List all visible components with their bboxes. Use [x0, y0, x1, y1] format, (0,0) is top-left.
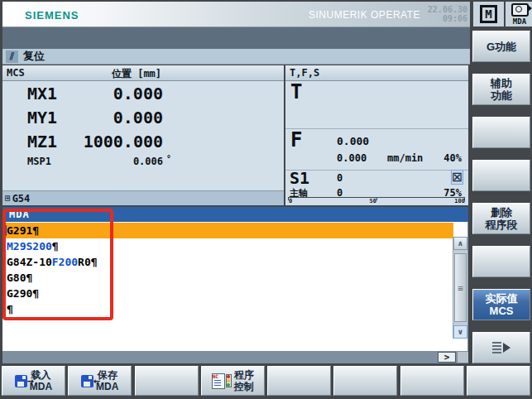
nc-label: NC [213, 373, 218, 379]
axis-value: 0.006 [69, 156, 163, 167]
nc-document-icon: NC [212, 373, 225, 389]
softkey-right-delete-block[interactable]: 删除程序段 [472, 203, 530, 234]
softkey-bottom-program-control[interactable]: NC程序控制 [201, 366, 265, 396]
softkey-bottom-empty-8[interactable] [467, 366, 530, 396]
header-bar: SIEMENS SINUMERIK OPERATE 22.06.30 09:06 [2, 2, 470, 27]
work-offset-bar[interactable]: ⊞ G54 [2, 190, 284, 205]
softkey-right-empty-6[interactable] [472, 246, 530, 277]
reset-status-icon: ⫽ [6, 50, 18, 63]
softkey-bottom-save-mda[interactable]: ←保存MDA [68, 366, 132, 396]
channel-status-bar: ⫽ 复位 [2, 49, 470, 65]
machine-icon: M [480, 5, 496, 23]
spindle-section: S1 0 ⊠ 主轴 0 75% 0 50 100 [285, 170, 468, 205]
spindle-stop-icon: ⊠ [452, 171, 463, 184]
mda-editor: MDA G291¶M29S200¶G84Z-10F200R0¶G80¶G290¶… [2, 207, 468, 363]
code-segment: R0 [78, 256, 91, 268]
softkey-right-empty-3[interactable] [472, 117, 530, 148]
softkey-right-g-functions[interactable]: G功能 [472, 31, 530, 62]
pilcrow-mark: ¶ [52, 240, 59, 252]
mcs-position-panel: MCS 位置 [mm] MX10.000MY10.000MZ11000.000M… [2, 65, 284, 205]
feed-unit: mm/min [387, 152, 423, 164]
axis-unit: ° [166, 154, 171, 163]
scrollbar[interactable]: ∧ ≡ ∨ [453, 237, 467, 339]
code-segment: M29S200 [7, 240, 52, 252]
tfs-panel: T,F,S T F 0.000 0.000 mm/min 40% S1 0 ⊠ … [285, 65, 468, 205]
scroll-down-button[interactable]: ∨ [453, 325, 467, 339]
siemens-logo: SIEMENS [25, 9, 79, 22]
axis-rows: MX10.000MY10.000MZ11000.000MSP10.006° [2, 82, 284, 171]
softkey-bottom-empty-6[interactable] [333, 366, 397, 396]
axis-row: MX10.000 [2, 82, 284, 106]
yellow-light [227, 379, 230, 382]
code-segment: F200 [52, 256, 78, 268]
softkey-right-actual-values-mcs[interactable]: 实际值MCS [472, 289, 530, 320]
document-lines [214, 380, 221, 387]
editor-line[interactable]: M29S200¶ [2, 238, 453, 254]
softkey-bottom-load-mda[interactable]: →载入MDA [2, 366, 65, 396]
tool-section: T [285, 80, 468, 129]
program-control-icon: NC [212, 374, 232, 387]
sinumerik-screen: SIEMENS SINUMERIK OPERATE 22.06.30 09:06… [0, 0, 532, 399]
work-offset-label: G54 [12, 193, 31, 204]
editor-line-selected[interactable]: G291¶ [2, 223, 453, 238]
editor-line[interactable]: G290¶ [2, 286, 453, 301]
softkey-right-auxiliary-functions[interactable]: 辅助功能 [472, 74, 530, 105]
time-label: 09:06 [428, 14, 467, 23]
green-light [227, 383, 230, 387]
feed-override: 40% [443, 152, 462, 164]
editor-line[interactable]: G80¶ [2, 270, 453, 286]
pilcrow-mark: ¶ [91, 256, 98, 268]
axis-value: 0.000 [48, 108, 163, 127]
editor-line[interactable]: G84Z-10F200R0¶ [2, 254, 453, 270]
traffic-light-icon [226, 374, 232, 387]
arrow-right-icon: → [26, 377, 33, 386]
editor-line[interactable]: ¶ [2, 301, 453, 317]
mda-mode-button[interactable]: MDA [504, 2, 532, 26]
tfs-panel-header[interactable]: T,F,S [285, 65, 468, 81]
pilcrow-mark: ¶ [32, 224, 39, 237]
softkey-right-menu-extend[interactable] [472, 332, 530, 363]
work-offset-icon: ⊞ [5, 193, 11, 204]
scroll-up-button[interactable]: ∧ [453, 237, 467, 250]
spindle-label: S1 [290, 168, 309, 188]
expand-right-button[interactable]: > [438, 352, 456, 363]
tfs-header-label: T,F,S [290, 67, 319, 79]
strip-corner [458, 352, 468, 363]
softkey-bottom-empty-3[interactable] [135, 366, 199, 396]
mcs-header-label: MCS [7, 67, 25, 79]
editor-bottom-strip: > [2, 351, 468, 363]
floppy-disk-icon: → [15, 375, 27, 387]
scale-50: 50 [369, 198, 376, 204]
machine-area-button[interactable]: M [472, 2, 504, 26]
feed-actual-value: 0.000 [337, 135, 369, 147]
product-title: SINUMERIK OPERATE [309, 9, 420, 21]
axis-row: MY10.000 [2, 106, 284, 130]
scrollbar-thumb[interactable]: ≡ [454, 253, 467, 322]
scrollbar-grip-icon: ≡ [455, 283, 466, 293]
code-segment: G80 [7, 272, 26, 284]
menu-bars [492, 342, 501, 353]
softkey-bottom-empty-5[interactable] [267, 366, 331, 396]
floppy-disk-icon: ← [81, 375, 93, 387]
pilcrow-mark: ¶ [7, 303, 13, 315]
editor-body[interactable]: G291¶M29S200¶G84Z-10F200R0¶G80¶G290¶¶ ∧ … [2, 222, 468, 351]
axis-row: MZ11000.000 [2, 130, 284, 154]
tool-label: T [290, 80, 302, 103]
softkey-right-empty-4[interactable] [472, 160, 530, 191]
arrow-triangle [503, 343, 510, 353]
pilcrow-mark: ¶ [26, 272, 32, 284]
code-segment: G291 [7, 224, 32, 237]
axis-name: MSP1 [27, 156, 51, 167]
mcs-panel-header[interactable]: MCS 位置 [mm] [2, 65, 284, 81]
softkey-bottom-empty-7[interactable] [400, 366, 464, 396]
editor-lines: G291¶M29S200¶G84Z-10F200R0¶G80¶G290¶¶ [2, 223, 453, 317]
feed-section: F 0.000 0.000 mm/min 40% [285, 128, 468, 171]
date-label: 22.06.30 [428, 5, 467, 14]
scale-100: 100 [454, 198, 465, 204]
channel-status-label: 复位 [23, 49, 45, 64]
spindle-override-scale: 0 50 100 [288, 197, 465, 205]
mda-icon [511, 3, 529, 17]
axis-value: 1000.000 [48, 132, 163, 151]
scale-0: 0 [289, 198, 292, 204]
arrow-left-icon: ← [93, 377, 100, 386]
